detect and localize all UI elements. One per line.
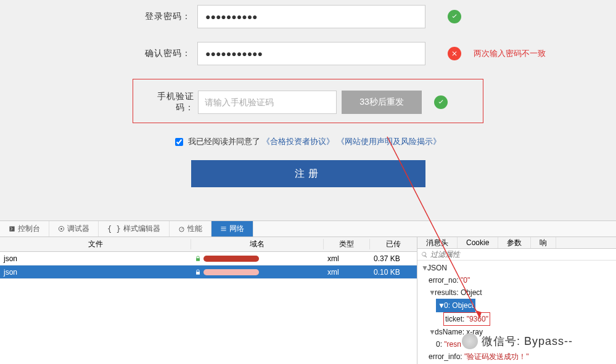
- agree-checkbox[interactable]: [175, 138, 183, 146]
- check-icon: [434, 95, 448, 109]
- password-label: 登录密码：: [0, 11, 197, 22]
- tab-console[interactable]: 控制台: [0, 221, 49, 237]
- search-icon: [421, 251, 428, 258]
- svg-point-1: [60, 228, 62, 230]
- col-domain-header[interactable]: 域名: [191, 239, 324, 249]
- redacted-domain: [203, 269, 259, 275]
- devtools-panel: 控制台 调试器 { }样式编辑器 性能 网络 文件 域名 类型 已传 json …: [0, 220, 616, 364]
- inspect-panel: 消息头 Cookie 参数 响 ▼JSON error_no: "0" ▼res…: [417, 237, 616, 364]
- tab-network[interactable]: 网络: [211, 221, 253, 237]
- tab-style-editor[interactable]: { }样式编辑器: [99, 221, 170, 237]
- password-input[interactable]: [197, 5, 425, 28]
- json-tree[interactable]: ▼JSON error_no: "0" ▼results: Object ▼0:…: [417, 261, 616, 364]
- resend-button[interactable]: 33秒后重发: [342, 91, 422, 114]
- tab-params[interactable]: 参数: [498, 237, 531, 248]
- agree-link-2[interactable]: 《网站使用声明及风险揭示》: [337, 137, 441, 146]
- tab-debugger[interactable]: 调试器: [49, 221, 99, 237]
- col-size-header[interactable]: 已传: [370, 239, 417, 249]
- tab-headers[interactable]: 消息头: [417, 237, 458, 248]
- check-icon: [448, 10, 461, 23]
- sms-input[interactable]: [198, 91, 337, 114]
- agree-prefix: 我已经阅读并同意了: [188, 137, 260, 146]
- register-button[interactable]: 注册: [191, 160, 425, 187]
- tab-cookie[interactable]: Cookie: [458, 237, 498, 248]
- tab-response[interactable]: 响: [531, 237, 556, 248]
- network-row[interactable]: json xml 0.37 KB: [0, 252, 417, 265]
- sms-label: 手机验证码：: [139, 91, 198, 113]
- lock-icon: [195, 256, 201, 262]
- tab-performance[interactable]: 性能: [170, 221, 211, 237]
- redacted-domain: [203, 256, 259, 262]
- ticket-highlight: ticket: "9360": [443, 312, 490, 326]
- confirm-error-text: 两次输入密码不一致: [474, 48, 546, 59]
- tree-row-highlighted[interactable]: ▼0: Object: [421, 299, 616, 312]
- confirm-password-input[interactable]: [197, 42, 425, 65]
- svg-point-2: [179, 227, 184, 232]
- filter-input[interactable]: [430, 250, 612, 259]
- col-file-header[interactable]: 文件: [0, 239, 191, 249]
- agreement-row: 我已经阅读并同意了 《合格投资者协议》 《网站使用声明及风险揭示》: [0, 134, 616, 149]
- lock-icon: [195, 269, 201, 275]
- confirm-password-label: 确认密码：: [0, 48, 197, 59]
- network-row[interactable]: json xml 0.10 KB: [0, 265, 417, 279]
- agree-link-1[interactable]: 《合格投资者协议》: [262, 137, 334, 146]
- network-panel: 文件 域名 类型 已传 json xml 0.37 KB json xml 0.…: [0, 237, 417, 364]
- error-icon: [448, 47, 461, 60]
- sms-row-highlight: 手机验证码： 33秒后重发: [133, 79, 483, 123]
- col-type-header[interactable]: 类型: [324, 239, 370, 249]
